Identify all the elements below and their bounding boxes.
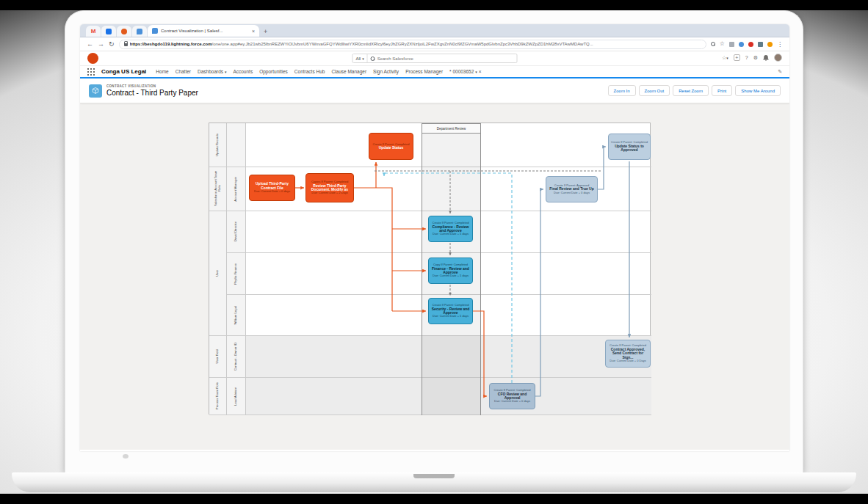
chevron-down-icon: ▾: [726, 56, 728, 60]
mockup-stage: M Contract Visualization | Salesf... × +…: [0, 0, 868, 504]
conga-logo: [87, 53, 98, 64]
extension-icon-3[interactable]: [748, 42, 753, 47]
active-tab[interactable]: Contract Visualization | Salesf... ×: [148, 25, 259, 37]
edit-pencil-icon[interactable]: ✎: [778, 69, 782, 75]
salesforce-global-header: All▾ Search Salesforce ☆▾ + ? ⚙: [80, 51, 789, 66]
pinned-tab-gmail[interactable]: M: [86, 26, 101, 37]
box-due: Due: Current Date + 2 Days: [308, 191, 352, 194]
box-due: Due: Current Date + 0 days: [491, 400, 533, 403]
zoom-lens-icon[interactable]: [711, 42, 715, 46]
search-scope[interactable]: All▾: [353, 54, 368, 62]
box-finance-review[interactable]: Copy If Parent: Completed Finance - Revi…: [428, 258, 473, 284]
page-title-block: CONTRACT VISUALIZATION Contract - Third …: [106, 84, 198, 97]
salesforce-nav-bar: Conga US Legal Home Chatter Dashboards ▾…: [80, 66, 789, 78]
new-tab-button[interactable]: +: [264, 28, 267, 35]
address-bar[interactable]: https://beshgdo119.lightning.force.com/o…: [119, 40, 706, 49]
extension-icon-1[interactable]: [729, 42, 734, 47]
box-final-review-true-up[interactable]: Create If Parent: Approved Final Review …: [546, 176, 598, 202]
search-scope-label: All: [356, 56, 361, 61]
nav-item-home[interactable]: Home: [156, 69, 168, 74]
process-diagram: Update Records Salesforce Account Team R…: [209, 123, 651, 414]
tab-favicon: [152, 28, 158, 34]
url-path: /one/one.app#ey.Jb21wb25lbnREZWYiOlJvbmU…: [212, 42, 593, 46]
box-due: Due: Current Date + 5 days: [430, 315, 471, 318]
box-title: Update Status to Approved: [610, 145, 648, 153]
chevron-down-icon: ▾: [362, 56, 364, 61]
forward-icon[interactable]: →: [98, 41, 104, 48]
global-actions-icon[interactable]: +: [734, 54, 740, 61]
zoom-out-button[interactable]: Zoom Out: [639, 85, 670, 96]
page-header: CONTRACT VISUALIZATION Contract - Third …: [80, 78, 789, 103]
chat-icon: [137, 29, 142, 34]
zoom-in-button[interactable]: Zoom In: [608, 85, 636, 96]
pinned-tab-chat[interactable]: [132, 26, 147, 37]
box-due: Due: Current Date + 5 days: [430, 233, 471, 235]
box-due: Due: Current Date + 0 days: [251, 190, 293, 193]
nav-item-sign-activity[interactable]: Sign Activity: [373, 69, 399, 74]
box-update-status[interactable]: Create If Parent: Completed Update Statu…: [369, 133, 413, 160]
browser-menu-icon[interactable]: ⋮: [777, 41, 783, 48]
box-contract-approved-send-for-sign[interactable]: Create If Parent: Completed Contract App…: [605, 340, 651, 368]
header-utilities: ☆▾ + ? ⚙: [722, 54, 782, 62]
page-content: CONTRACT VISUALIZATION Contract - Third …: [80, 78, 789, 450]
notifications-bell-icon[interactable]: [763, 55, 769, 61]
page-title: Contract - Third Party Paper: [106, 89, 198, 97]
search-icon: [371, 56, 375, 61]
bookmark-star-icon[interactable]: ☆: [720, 41, 725, 47]
nav-item-dashboards[interactable]: Dashboards ▾: [198, 69, 226, 74]
lock-icon: [124, 43, 128, 46]
box-compliance-review[interactable]: Create If Parent: Completed Compliance -…: [428, 216, 473, 242]
reload-icon[interactable]: ↻: [109, 41, 115, 48]
nav-item-clause-manager[interactable]: Clause Manager: [331, 69, 366, 74]
top-letterbox: [0, 0, 868, 10]
reset-zoom-button[interactable]: Reset Zoom: [673, 85, 709, 96]
user-avatar[interactable]: [774, 54, 782, 62]
extension-icon-5[interactable]: [767, 42, 773, 47]
laptop-screen: M Contract Visualization | Salesf... × +…: [65, 10, 803, 472]
nav-item-contracts-hub[interactable]: Contracts Hub: [294, 69, 325, 74]
help-icon[interactable]: ?: [745, 55, 748, 60]
extension-icon-4[interactable]: [758, 42, 763, 47]
nav-temp-tab[interactable]: * 00003652 ▾ ×: [449, 69, 482, 74]
tab-close-icon[interactable]: ×: [252, 29, 255, 34]
temp-tab-close-icon[interactable]: ×: [479, 69, 482, 74]
back-icon[interactable]: ←: [87, 41, 93, 48]
search-placeholder: Search Salesforce: [377, 56, 413, 61]
box-security-review[interactable]: Create If Parent: Completed Security - R…: [428, 298, 473, 324]
chevron-down-icon: ▾: [475, 70, 477, 74]
chevron-down-icon: ▾: [225, 70, 227, 74]
browser-window: M Contract Visualization | Salesf... × +…: [80, 24, 789, 451]
setup-gear-icon[interactable]: ⚙: [753, 55, 758, 61]
box-title: Update Status: [371, 146, 411, 150]
url-domain: https://beshgdo119.lightning.force.com: [130, 42, 212, 46]
app-name: Conga US Legal: [101, 68, 146, 75]
box-update-status-to-approved[interactable]: Create If Parent: Completed Update Statu…: [608, 134, 651, 160]
url-text: https://beshgdo119.lightning.force.com/o…: [130, 42, 593, 46]
browser-tab-strip: M Contract Visualization | Salesf... × +: [80, 24, 789, 37]
nav-item-accounts[interactable]: Accounts: [233, 69, 253, 74]
print-button[interactable]: Print: [712, 85, 732, 96]
extension-icon-2[interactable]: [739, 42, 744, 47]
nav-item-process-manager[interactable]: Process Manager: [405, 69, 443, 74]
temp-tab-label: * 00003652: [449, 69, 474, 74]
bottom-letterbox: [0, 494, 868, 504]
nav-item-label: Dashboards: [198, 69, 223, 74]
blue-app-icon: [106, 29, 112, 34]
app-launcher-icon[interactable]: [87, 68, 95, 76]
box-cfo-review-approval[interactable]: Create If Parent: Completed CFO Review a…: [489, 383, 535, 409]
red-app-icon: [121, 29, 127, 34]
box-review-third-party-document[interactable]: Copies If Parent: Completed Review Third…: [305, 173, 354, 202]
global-search[interactable]: All▾ Search Salesforce: [352, 54, 518, 63]
show-me-around-button[interactable]: Show Me Around: [735, 85, 781, 96]
box-upload-third-party-contract[interactable]: Upload Third-Party Contract File Due: Cu…: [249, 175, 295, 201]
pinned-tab-blue[interactable]: [101, 26, 116, 37]
favorites-icon[interactable]: ☆▾: [722, 55, 728, 61]
contract-object-icon: [89, 84, 102, 98]
bezel-led-dot: [123, 454, 129, 459]
nav-item-opportunities[interactable]: Opportunities: [259, 69, 288, 74]
pinned-tab-red[interactable]: [117, 26, 131, 37]
page-actions: Zoom In Zoom Out Reset Zoom Print Show M…: [608, 85, 781, 96]
tab-title: Contract Visualization | Salesf...: [161, 29, 249, 33]
nav-item-chatter[interactable]: Chatter: [176, 69, 191, 74]
box-due: Due: Current Date + 5 days: [430, 274, 471, 277]
